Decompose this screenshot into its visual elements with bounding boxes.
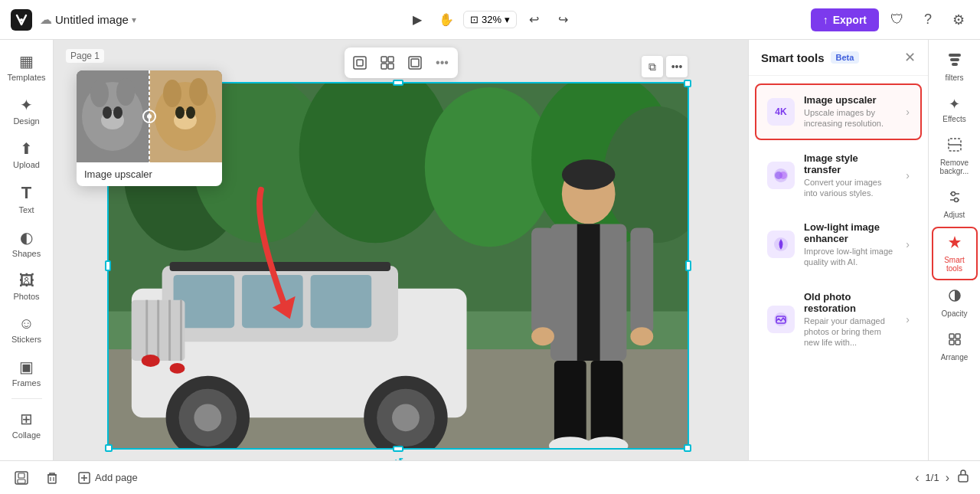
tooltip-preview-image: [77, 70, 222, 162]
svg-rect-3: [357, 60, 363, 66]
canvas-tool-more[interactable]: •••: [430, 51, 455, 75]
app-logo[interactable]: [9, 8, 34, 32]
panel-item-low-light[interactable]: Low-light image enhancer Improve low-lig…: [755, 211, 922, 279]
sidebar-item-collage[interactable]: ⊞ Collage: [4, 404, 50, 446]
canvas-toolbar: •••: [345, 47, 458, 78]
svg-point-39: [562, 159, 616, 190]
svg-point-60: [163, 80, 181, 107]
cloud-icon: ☁: [40, 12, 52, 27]
svg-rect-84: [949, 334, 954, 339]
rotate-handle[interactable]: ↺: [390, 454, 406, 460]
redo-button[interactable]: ↪: [550, 8, 575, 32]
zoom-control[interactable]: ⊡ 32% ▾: [463, 11, 517, 28]
right-item-adjust[interactable]: Adjust: [932, 183, 978, 225]
right-item-filters[interactable]: filters: [932, 46, 978, 88]
svg-marker-82: [949, 236, 961, 248]
lock-button[interactable]: [956, 468, 971, 487]
upload-icon: ⬆: [20, 139, 33, 158]
canvas-tool-frame[interactable]: [403, 51, 427, 75]
svg-point-67: [147, 114, 152, 119]
delete-page-button[interactable]: [40, 466, 64, 490]
photo-restoration-desc: Repair your damaged photos or bring them…: [804, 316, 897, 348]
sidebar-item-frames[interactable]: ▣ Frames: [4, 352, 50, 394]
sidebar-item-upload[interactable]: ⬆ Upload: [4, 133, 50, 175]
title-area: ☁ Untitled image ▾: [40, 12, 136, 27]
panel-item-photo-restoration[interactable]: Old photo restoration Repair your damage…: [755, 280, 922, 359]
handle-middle-right[interactable]: [685, 260, 691, 271]
sidebar-item-stickers[interactable]: ☺ Stickers: [4, 309, 50, 350]
svg-point-44: [531, 327, 554, 345]
shield-icon-button[interactable]: 🛡: [885, 8, 910, 32]
svg-rect-91: [48, 475, 56, 483]
canvas-tool-selection[interactable]: [348, 51, 372, 75]
upscaler-title: Image upscaler: [804, 94, 897, 106]
right-sidebar: filters ✦ Effects Remove backgr... Adjus…: [928, 40, 980, 460]
svg-rect-5: [388, 57, 394, 62]
panel-title: Smart tools: [761, 51, 825, 64]
prev-page-button[interactable]: ‹: [915, 471, 919, 485]
frames-icon: ▣: [19, 358, 34, 376]
panel-item-style-transfer[interactable]: Image style transfer Convert your images…: [755, 142, 922, 210]
effects-icon: ✦: [949, 96, 960, 113]
shapes-icon: ◐: [20, 228, 33, 247]
canvas-area[interactable]: Page 1 ••• ⧉ •••: [54, 40, 748, 460]
upscaler-desc: Upscale images by increasing resolution.: [804, 107, 897, 129]
photos-icon: 🖼: [19, 272, 34, 290]
handle-top-middle[interactable]: [393, 80, 403, 86]
frame-icon: ⊡: [470, 14, 479, 25]
4k-text: 4K: [775, 106, 786, 117]
right-item-smart-tools[interactable]: Smart tools: [932, 227, 978, 280]
svg-point-1: [20, 18, 23, 21]
svg-rect-76: [952, 63, 958, 66]
panel-item-image-upscaler[interactable]: 4K Image upscaler Upscale images by incr…: [755, 83, 922, 140]
handle-middle-left[interactable]: [105, 260, 111, 271]
arrange-icon: [947, 332, 962, 351]
sidebar-item-templates[interactable]: ▦ Templates: [4, 46, 50, 88]
handle-top-right[interactable]: [684, 80, 691, 87]
right-item-remove-background[interactable]: Remove backgr...: [932, 131, 978, 182]
sidebar-item-shapes[interactable]: ◐ Shapes: [4, 222, 50, 264]
svg-rect-89: [18, 479, 25, 483]
svg-point-56: [103, 106, 112, 119]
svg-point-79: [951, 192, 955, 196]
settings-button[interactable]: ⚙: [946, 8, 971, 32]
canvas-action-icons: ⧉ •••: [642, 56, 688, 77]
add-page-button[interactable]: Add page: [70, 469, 145, 487]
page-indicator: 1/1: [926, 472, 939, 483]
smart-tools-icon: [947, 234, 962, 254]
svg-rect-2: [354, 57, 366, 69]
sidebar-item-photos[interactable]: 🖼 Photos: [4, 266, 50, 307]
document-title: Untitled image: [55, 13, 129, 26]
select-tool-button[interactable]: ▶: [405, 8, 430, 32]
right-item-effects[interactable]: ✦ Effects: [932, 90, 978, 129]
collage-icon: ⊞: [20, 410, 33, 428]
low-light-icon: [767, 231, 795, 258]
handle-bottom-middle[interactable]: [393, 446, 403, 452]
duplicate-icon-button[interactable]: ⧉: [642, 56, 663, 77]
undo-button[interactable]: ↩: [521, 8, 546, 32]
right-item-opacity[interactable]: Opacity: [932, 282, 978, 324]
more-options-icon-button[interactable]: •••: [666, 56, 688, 77]
title-chevron-icon[interactable]: ▾: [132, 15, 136, 25]
topbar-center-tools: ▶ ✋ ⊡ 32% ▾ ↩ ↪: [405, 8, 575, 32]
hand-tool-button[interactable]: ✋: [434, 8, 459, 32]
export-button[interactable]: ↑ Export: [811, 8, 879, 31]
save-to-grid-button[interactable]: [9, 466, 34, 490]
canvas-tool-grid[interactable]: [375, 51, 400, 75]
handle-bottom-left[interactable]: [105, 444, 113, 452]
sidebar-item-design[interactable]: ✦ Design: [4, 90, 50, 132]
help-button[interactable]: ?: [916, 8, 940, 32]
sidebar-expand-button[interactable]: ⌄: [4, 447, 50, 460]
low-light-desc: Improve low-light image quality with AI.: [804, 246, 897, 268]
export-icon: ↑: [823, 14, 828, 26]
right-item-arrange[interactable]: Arrange: [932, 326, 978, 368]
panel-close-button[interactable]: ✕: [904, 51, 916, 64]
svg-point-70: [779, 172, 787, 179]
zoom-value: 32%: [482, 14, 501, 25]
next-page-button[interactable]: ›: [946, 471, 949, 485]
svg-point-45: [630, 327, 653, 345]
panel-items-list: 4K Image upscaler Upscale images by incr…: [749, 76, 928, 460]
handle-bottom-right[interactable]: [684, 444, 691, 452]
sidebar-item-text[interactable]: T Text: [4, 177, 50, 221]
svg-point-61: [189, 78, 207, 106]
